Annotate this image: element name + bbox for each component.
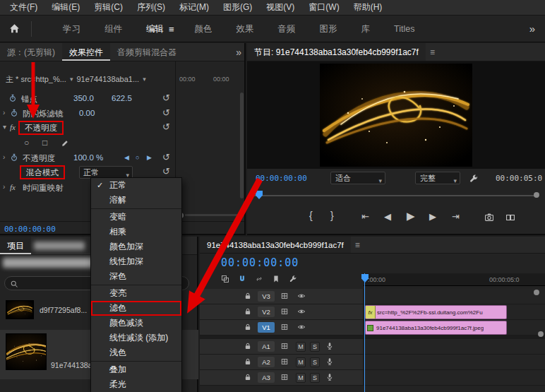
zoom-handle[interactable]	[534, 192, 539, 198]
solo-button[interactable]: S	[310, 342, 320, 352]
anchor-y-value[interactable]: 622.5	[112, 94, 132, 102]
menu-item-color-burn[interactable]: 颜色加深	[91, 239, 181, 254]
mark-out-icon[interactable]: }	[330, 210, 334, 221]
play-icon[interactable]: ▶	[407, 210, 415, 222]
scrollbar[interactable]	[240, 93, 244, 198]
chevron-right-icon[interactable]: ›	[3, 153, 5, 161]
menu-item-screen[interactable]: 滤色	[91, 301, 181, 316]
snap-magnet-icon[interactable]	[238, 275, 246, 283]
workspace-overflow-icon[interactable]: »	[529, 23, 535, 35]
timeline-clip-v1[interactable]: 91e744138aba13a30feb4cb999f1ac7f.jpeg	[365, 321, 507, 335]
workspace-menu-icon[interactable]: ≡	[169, 24, 183, 35]
mute-button[interactable]: M	[296, 342, 306, 352]
tab-project[interactable]: 项目	[0, 237, 31, 254]
track-output-eye-icon[interactable]	[297, 307, 306, 316]
antiflicker-value[interactable]: 0.00	[79, 109, 95, 117]
opacity-value[interactable]: 100.0 %	[73, 153, 103, 162]
menu-item-lighter-color[interactable]: 浅色	[91, 345, 181, 360]
workspace-tab-audio[interactable]: 音频	[266, 16, 308, 42]
comparison-view-icon[interactable]	[505, 213, 515, 222]
menu-markers[interactable]: 标记(M)	[172, 1, 216, 13]
program-timecode[interactable]: 00:00:00:00	[256, 174, 307, 183]
menu-item-dissolve[interactable]: 溶解	[91, 193, 181, 208]
workspace-tab-graphics[interactable]: 图形	[308, 16, 349, 42]
chevron-right-icon[interactable]: ›	[3, 183, 5, 191]
tab-audio-clip-mixer[interactable]: 音频剪辑混合器	[110, 43, 184, 61]
master-clip-selector[interactable]: 主 * src=http_%...	[6, 74, 66, 85]
playhead-timecode[interactable]: 00:00:00:00	[4, 225, 56, 234]
timeline-ruler[interactable]: :00:00 00:00:05:0	[364, 273, 545, 286]
stopwatch-icon[interactable]	[8, 94, 17, 102]
track-lock-icon[interactable]	[244, 307, 252, 316]
playhead-marker[interactable]	[256, 191, 263, 199]
solo-button[interactable]: S	[310, 373, 320, 383]
solo-button[interactable]: S	[310, 357, 320, 367]
workspace-tab-effects[interactable]: 效果	[224, 16, 266, 42]
goto-in-icon[interactable]: ⇤	[361, 211, 369, 222]
menu-clip[interactable]: 剪辑(C)	[87, 1, 130, 13]
pen-mask-icon[interactable]	[61, 139, 69, 148]
sync-lock-icon[interactable]	[280, 357, 289, 366]
timeline-settings-wrench-icon[interactable]	[289, 275, 297, 283]
nest-sequence-icon[interactable]	[221, 275, 229, 283]
reset-icon[interactable]: ↺	[162, 107, 170, 118]
track-lock-icon[interactable]	[244, 373, 252, 381]
track-output-eye-icon[interactable]	[297, 323, 306, 331]
sync-lock-icon[interactable]	[280, 307, 289, 316]
reset-icon[interactable]: ↺	[162, 166, 170, 177]
workspace-tab-titles[interactable]: Titles	[382, 16, 426, 42]
mark-in-icon[interactable]: {	[309, 210, 313, 221]
ellipse-mask-icon[interactable]: ○	[24, 138, 29, 148]
chevron-down-icon[interactable]: ▾	[3, 123, 6, 131]
tab-program-monitor[interactable]: 节目: 91e744138aba13a30feb4cb999f1ac7f	[247, 43, 426, 61]
menu-view[interactable]: 视图(V)	[259, 1, 301, 13]
tab-source-monitor[interactable]: 源：(无剪辑)	[0, 43, 62, 61]
sync-lock-icon[interactable]	[280, 292, 289, 300]
export-frame-icon[interactable]	[484, 213, 494, 222]
add-keyframe-icon[interactable]: ○	[136, 154, 139, 161]
reset-icon[interactable]: ↺	[162, 93, 170, 103]
track-lock-icon[interactable]	[244, 342, 252, 350]
track-target-a1[interactable]: A1	[258, 341, 275, 352]
voiceover-mic-icon[interactable]	[325, 357, 334, 366]
reset-icon[interactable]: ↺	[162, 121, 170, 132]
prev-keyframe-icon[interactable]: ◀	[124, 154, 129, 161]
playhead-line[interactable]	[364, 273, 365, 392]
menu-graphics[interactable]: 图形(G)	[216, 1, 259, 13]
workspace-tab-assembly[interactable]: 组件	[92, 16, 134, 42]
anchor-x-value[interactable]: 350.0	[73, 94, 94, 102]
track-target-v1[interactable]: V1	[258, 322, 275, 333]
menu-item-overlay[interactable]: 叠加	[91, 362, 181, 377]
panel-menu-icon[interactable]: ≡	[351, 237, 364, 253]
sequence-clip-selector[interactable]: 91e744138aba1...	[76, 75, 139, 83]
workspace-tab-color[interactable]: 颜色	[183, 16, 224, 42]
sync-lock-icon[interactable]	[280, 373, 289, 381]
home-icon[interactable]	[8, 23, 20, 37]
step-forward-icon[interactable]: ▶	[429, 211, 436, 222]
playback-resolution-select[interactable]: 完整 ▾	[415, 172, 460, 184]
voiceover-mic-icon[interactable]	[325, 342, 334, 350]
menu-item-normal[interactable]: ✓ 正常	[91, 178, 181, 193]
menu-item-darker-color[interactable]: 深色	[91, 269, 181, 284]
menu-help[interactable]: 帮助(H)	[347, 1, 390, 13]
sync-lock-icon[interactable]	[280, 323, 289, 331]
menu-item-color-dodge[interactable]: 颜色减淡	[91, 316, 181, 331]
track-target-a2[interactable]: A2	[258, 357, 275, 367]
menu-item-soft-light[interactable]: 柔光	[91, 377, 181, 392]
track-target-v3[interactable]: V3	[258, 291, 275, 302]
zoom-level-select[interactable]: 适合 ▾	[330, 172, 385, 184]
rect-mask-icon[interactable]: □	[42, 138, 47, 148]
scrollbar-handle[interactable]	[534, 290, 539, 295]
add-marker-icon[interactable]	[272, 275, 280, 283]
reset-icon[interactable]: ↺	[162, 152, 170, 162]
menu-window[interactable]: 窗口(W)	[301, 1, 346, 13]
stopwatch-icon[interactable]	[10, 153, 18, 162]
track-lock-icon[interactable]	[244, 357, 252, 366]
panel-menu-icon[interactable]: ≡	[426, 43, 439, 61]
timeline-timecode[interactable]: 00:00:00:00	[221, 256, 299, 269]
workspace-tab-libraries[interactable]: 库	[349, 16, 383, 42]
tab-sequence[interactable]: 91e744138aba13a30feb4cb999f1ac7f	[200, 237, 351, 253]
track-lock-icon[interactable]	[244, 292, 252, 300]
scrollbar-handle[interactable]	[538, 331, 544, 337]
linked-selection-icon[interactable]	[255, 275, 263, 283]
